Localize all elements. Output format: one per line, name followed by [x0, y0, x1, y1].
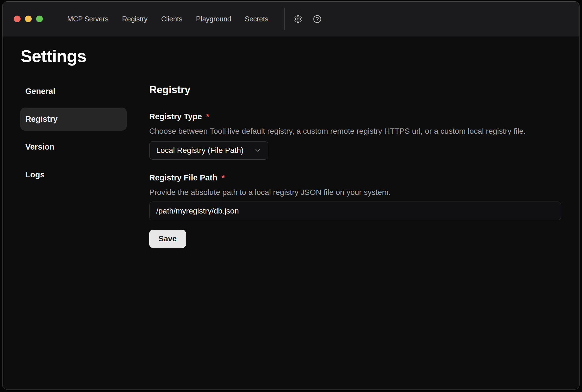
- titlebar-divider: [284, 8, 285, 30]
- section-heading: Registry: [149, 84, 561, 96]
- registry-file-path-label-text: Registry File Path: [149, 173, 217, 183]
- registry-file-path-input[interactable]: [149, 202, 561, 220]
- nav-item-secrets[interactable]: Secrets: [245, 15, 268, 23]
- help-icon[interactable]: [313, 15, 322, 23]
- nav-item-clients[interactable]: Clients: [161, 15, 182, 23]
- required-asterisk: *: [222, 173, 225, 183]
- settings-sidebar: General Registry Version Logs: [20, 80, 127, 191]
- nav-item-mcp-servers[interactable]: MCP Servers: [67, 15, 108, 23]
- registry-type-label-text: Registry Type: [149, 111, 202, 121]
- app-window: MCP Servers Registry Clients Playground …: [2, 1, 579, 389]
- titlebar-icons: [294, 15, 322, 23]
- sidebar-item-version[interactable]: Version: [20, 135, 127, 158]
- sidebar-item-logs[interactable]: Logs: [20, 163, 127, 186]
- nav-item-playground[interactable]: Playground: [196, 15, 231, 23]
- registry-file-path-label: Registry File Path *: [149, 173, 561, 183]
- registry-type-label: Registry Type *: [149, 111, 561, 121]
- sidebar-item-general[interactable]: General: [20, 80, 127, 103]
- close-button[interactable]: [14, 16, 21, 22]
- registry-settings-panel: Registry Registry Type * Choose between …: [149, 84, 561, 248]
- gear-icon[interactable]: [294, 15, 302, 23]
- required-asterisk: *: [206, 111, 209, 121]
- minimize-button[interactable]: [25, 16, 32, 22]
- titlebar: MCP Servers Registry Clients Playground …: [3, 2, 579, 36]
- sidebar-item-registry[interactable]: Registry: [20, 108, 127, 131]
- registry-type-select[interactable]: Local Registry (File Path): [149, 141, 268, 160]
- chevron-down-icon: [254, 147, 261, 154]
- main-nav: MCP Servers Registry Clients Playground …: [67, 15, 268, 23]
- registry-type-description: Choose between ToolHive default registry…: [149, 126, 561, 136]
- page-title: Settings: [21, 46, 86, 66]
- registry-file-path-description: Provide the absolute path to a local reg…: [149, 188, 561, 197]
- zoom-button[interactable]: [36, 16, 43, 22]
- nav-item-registry[interactable]: Registry: [122, 15, 148, 23]
- save-button[interactable]: Save: [149, 230, 186, 248]
- registry-type-selected-value: Local Registry (File Path): [156, 146, 243, 155]
- traffic-lights: [14, 16, 43, 22]
